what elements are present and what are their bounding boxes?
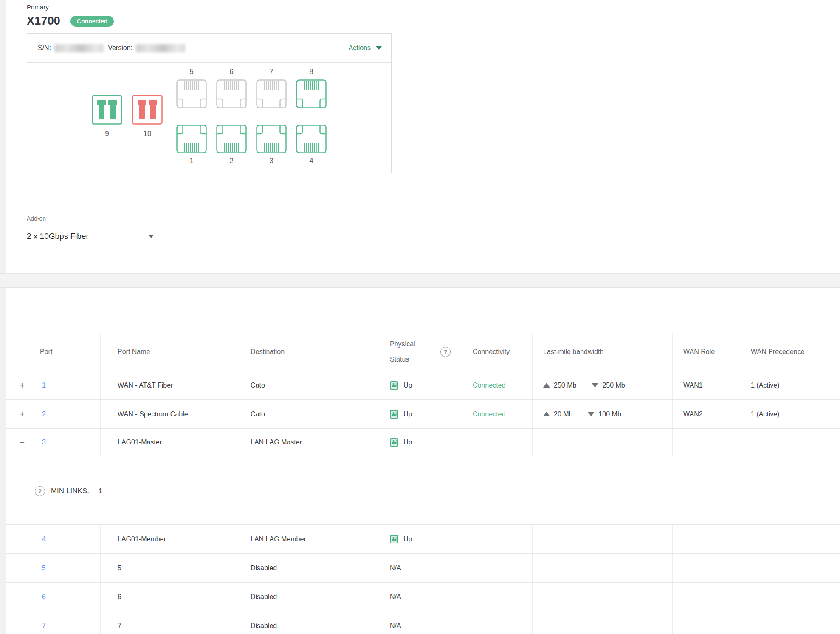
port-name-cell: LAG01-Master [101,429,240,456]
wan-precedence-cell: 1 (Active) [740,400,840,428]
port-8-icon[interactable] [296,79,327,110]
chevron-down-icon [148,235,154,238]
expand-row-icon[interactable]: + [18,381,26,390]
port-10-label: 10 [132,130,163,138]
device-panel: S/N: Version: Actions 5 6 7 8 9 10 1 2 [27,33,392,173]
port-5-icon[interactable] [176,79,207,110]
port-7-label: 7 [256,68,287,76]
port-2-icon[interactable] [216,125,247,155]
bandwidth-cell [533,583,673,611]
port-number-link[interactable]: 6 [42,593,46,601]
wan-precedence-cell: 1 (Active) [740,371,840,399]
connectivity-cell: Connected [462,400,533,428]
version-value-redacted [136,44,185,52]
port-9-sfp-icon[interactable] [92,95,122,126]
col-header-connectivity: Connectivity [462,333,533,371]
destination-cell: Disabled [240,554,379,582]
port-10-sfp-icon[interactable] [132,95,163,126]
table-row: 6 6 Disabled N/A [6,583,840,611]
physical-status-cell: Up [379,429,462,456]
table-header-row: Port Port Name Destination Physical Stat… [6,333,840,371]
destination-cell: Cato [240,371,379,399]
connectivity-cell [462,583,533,611]
status-badge: Connected [70,16,114,27]
actions-button-label: Actions [349,44,371,52]
wan-role-cell [673,583,740,611]
chevron-down-icon [376,46,382,50]
collapse-row-icon[interactable]: − [18,438,26,447]
serial-value-redacted [54,44,104,52]
download-arrow-icon [588,412,595,416]
wan-role-cell [673,611,740,634]
destination-cell: LAN LAG Member [240,525,379,553]
addon-select[interactable]: 2 x 10Gbps Fiber [27,226,159,246]
device-model-title: X1700 [27,14,60,28]
destination-cell: Disabled [240,583,379,611]
ports-table-card: Port Port Name Destination Physical Stat… [6,288,840,634]
destination-cell: LAN LAG Master [240,429,379,456]
physical-status-cell: N/A [379,554,462,582]
connectivity-cell [462,525,533,553]
help-icon[interactable]: ? [35,486,45,496]
physical-status-cell: Up [379,400,462,428]
device-group-label: Primary [27,3,49,11]
serial-label: S/N: [38,44,51,52]
port-8-label: 8 [296,68,327,76]
port-6-icon[interactable] [216,79,247,110]
port-4-label: 4 [296,157,327,165]
connectivity-cell [462,554,533,582]
port-name-cell: 5 [101,554,240,582]
col-header-last-mile-bandwidth: Last-mile bandwidth [533,333,673,371]
col-header-destination: Destination [240,333,379,371]
actions-button[interactable]: Actions [349,44,382,52]
table-row: 5 5 Disabled N/A [6,554,840,583]
col-header-wan-role: WAN Role [673,333,740,371]
wan-role-cell [673,554,740,582]
physical-status-cell: Up [379,525,462,553]
port-3-icon[interactable] [256,125,287,155]
port-number-link[interactable]: 4 [42,535,46,543]
version-label: Version: [108,44,132,52]
expand-row-icon[interactable]: + [18,410,26,419]
device-card: Primary X1700 Connected S/N: Version: Ac… [6,0,840,273]
ethernet-up-icon [390,535,398,543]
port-number-link[interactable]: 1 [42,382,46,389]
table-row: 4 LAG01-Member LAN LAG Member Up [6,525,840,554]
wan-precedence-cell [740,554,840,582]
table-row: + 2 WAN - Spectrum Cable Cato Up Connect… [6,400,840,429]
bandwidth-cell [533,525,673,553]
col-header-port-name: Port Name [101,333,240,371]
wan-precedence-cell [740,611,840,634]
upload-arrow-icon [543,412,550,416]
help-icon[interactable]: ? [440,347,451,357]
table-row: − 3 LAG01-Master LAN LAG Master Up [6,429,840,456]
port-number-link[interactable]: 2 [42,410,46,418]
port-7-icon[interactable] [256,79,287,110]
addon-selected-value: 2 x 10Gbps Fiber [27,232,89,241]
table-row: + 1 WAN - AT&T Fiber Cato Up Connected 2… [6,371,840,400]
addon-label: Add-on [27,215,46,222]
table-row: 7 7 Disabled N/A [6,611,840,634]
port-2-label: 2 [216,157,247,165]
bandwidth-cell: 20 Mb 100 Mb [533,400,673,428]
port-number-link[interactable]: 3 [42,439,46,446]
bandwidth-cell [533,429,673,456]
port-1-icon[interactable] [176,125,207,155]
port-4-icon[interactable] [296,125,327,155]
port-number-link[interactable]: 5 [42,564,46,572]
port-name-cell: 6 [101,583,240,611]
ethernet-up-icon [390,438,398,447]
destination-cell: Disabled [240,611,379,634]
min-links-label: MIN LINKS: [51,487,89,495]
wan-role-cell [673,429,740,456]
download-arrow-icon [592,383,598,388]
port-5-label: 5 [176,68,207,76]
bandwidth-cell: 250 Mb 250 Mb [533,371,673,399]
section-divider [6,200,840,200]
port-number-link[interactable]: 7 [42,622,46,630]
connectivity-cell [462,611,533,634]
port-6-label: 6 [216,68,247,76]
wan-role-cell: WAN2 [673,400,740,428]
wan-role-cell: WAN1 [673,371,740,399]
port-9-label: 9 [92,130,122,138]
